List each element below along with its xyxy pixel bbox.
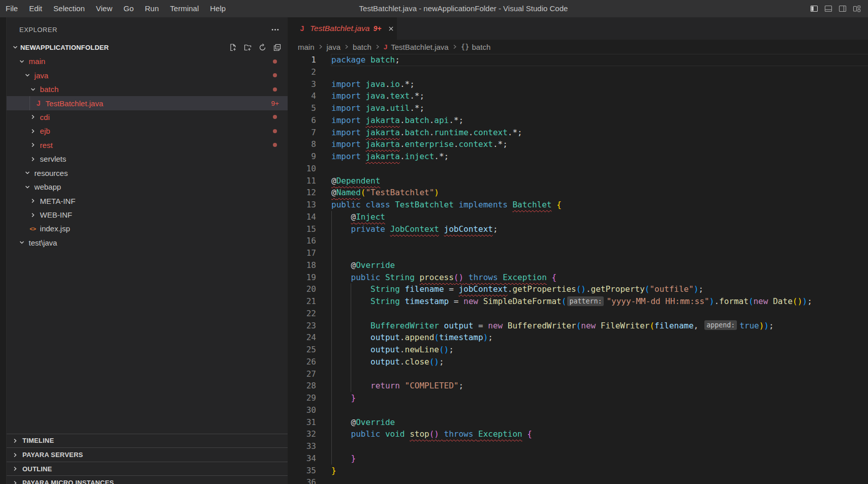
menu-help[interactable]: Help: [204, 0, 231, 17]
tree-item-index-jsp[interactable]: <>index.jsp: [7, 222, 288, 235]
code-line-33[interactable]: 33: [288, 440, 868, 452]
code-token: ;: [439, 357, 444, 367]
code-line-2[interactable]: 2: [288, 66, 868, 78]
code-line-26[interactable]: 26 output.close();: [288, 356, 868, 368]
tree-item-resources[interactable]: resources: [7, 166, 288, 180]
menu-view[interactable]: View: [90, 0, 118, 17]
code-line-16[interactable]: 16: [288, 235, 868, 247]
code-line-7[interactable]: 7import jakarta.batch.runtime.context.*;: [288, 127, 868, 139]
tree-item-rest[interactable]: rest: [7, 138, 288, 152]
line-number: 9: [288, 150, 316, 163]
tree-item-java[interactable]: java: [7, 68, 288, 82]
layout-sidebar-right-icon[interactable]: [839, 5, 847, 13]
code-line-24[interactable]: 24 output.append(timestamp);: [288, 331, 868, 344]
tree-item-ejb[interactable]: ejb: [7, 124, 288, 138]
layout-panel-icon[interactable]: [824, 5, 832, 13]
breadcrumb-item-java[interactable]: java: [327, 43, 341, 51]
new-file-icon[interactable]: [229, 43, 237, 52]
tree-item-cdi[interactable]: cdi: [7, 110, 288, 124]
breadcrumb-item-main[interactable]: main: [298, 43, 315, 51]
code-line-11[interactable]: 11@Dependent: [288, 175, 868, 187]
code-line-text: }: [331, 452, 356, 465]
code-line-28[interactable]: 28 return "COMPLETED";: [288, 380, 868, 392]
code-line-6[interactable]: 6import jakarta.batch.api.*;: [288, 114, 868, 127]
code-token: (: [649, 321, 655, 330]
explorer-panel-header: EXPLORER: [7, 17, 288, 40]
tab-testbatchlet-java[interactable]: J TestBatchlet.java 9+: [288, 17, 397, 40]
code-line-14[interactable]: 14 @Inject: [288, 211, 868, 223]
code-line-17[interactable]: 17: [288, 247, 868, 259]
code-line-10[interactable]: 10: [288, 163, 868, 175]
code-line-19[interactable]: 19 public String process() throws Except…: [288, 271, 868, 284]
code-token: =: [478, 321, 488, 330]
code-line-32[interactable]: 32 public void stop() throws Exception {: [288, 428, 868, 440]
code-editor[interactable]: 1package batch;23import java.io.*;4impor…: [288, 54, 868, 484]
code-line-12[interactable]: 12@Named("TestBatchlet"): [288, 187, 868, 199]
code-token: .*;: [449, 115, 463, 125]
explorer-root-folder-row[interactable]: NEWAPPLICATIONFOLDER: [7, 40, 288, 54]
code-line-25[interactable]: 25 output.newLine();: [288, 344, 868, 356]
breadcrumb-item-testbatchlet-java[interactable]: JTestBatchlet.java: [384, 43, 449, 51]
menu-selection[interactable]: Selection: [48, 0, 90, 17]
tree-item-test-java[interactable]: test\java: [7, 236, 288, 250]
code-token: [331, 357, 370, 367]
code-token: import: [331, 91, 365, 101]
line-number: 14: [288, 211, 316, 223]
code-token: timestamp: [439, 332, 483, 342]
tree-item-web-inf[interactable]: WEB-INF: [7, 208, 288, 222]
breadcrumb-item-batch[interactable]: {}batch: [461, 43, 491, 51]
layout-sidebar-left-icon[interactable]: [810, 5, 818, 13]
code-line-5[interactable]: 5import java.util.*;: [288, 102, 868, 114]
code-line-20[interactable]: 20 String filename = jobContext.getPrope…: [288, 283, 868, 295]
code-line-text: import java.text.*;: [331, 90, 424, 102]
tree-item-batch[interactable]: batch: [7, 82, 288, 96]
code-line-27[interactable]: 27: [288, 368, 868, 380]
collapse-all-icon[interactable]: [273, 43, 282, 52]
code-token: BufferedWriter: [508, 321, 576, 330]
code-token: (: [361, 188, 366, 197]
menu-go[interactable]: Go: [118, 0, 139, 17]
section-outline[interactable]: OUTLINE: [7, 462, 288, 476]
code-line-8[interactable]: 8import jakarta.enterprise.context.*;: [288, 138, 868, 150]
code-line-29[interactable]: 29 }: [288, 392, 868, 404]
menu-edit[interactable]: Edit: [23, 0, 48, 17]
tree-item-servlets[interactable]: servlets: [7, 152, 288, 166]
section-payara-micro-instances[interactable]: PAYARA MICRO INSTANCES: [7, 475, 288, 484]
tree-item-main[interactable]: main: [7, 54, 288, 68]
code-line-1[interactable]: 1package batch;: [288, 54, 868, 66]
code-line-22[interactable]: 22: [288, 308, 868, 320]
code-line-4[interactable]: 4import java.text.*;: [288, 90, 868, 102]
code-line-15[interactable]: 15 private JobContext jobContext;: [288, 223, 868, 235]
code-token: =: [449, 284, 458, 294]
breadcrumb-item-batch[interactable]: batch: [353, 43, 371, 51]
sidebar-left-gutter: [0, 17, 7, 484]
code-line-34[interactable]: 34 }: [288, 452, 868, 465]
section-payara-servers[interactable]: PAYARA SERVERS: [7, 447, 288, 462]
menu-run[interactable]: Run: [139, 0, 165, 17]
code-line-9[interactable]: 9import jakarta.inject.*;: [288, 150, 868, 163]
code-line-13[interactable]: 13public class TestBatchlet implements B…: [288, 199, 868, 211]
code-line-35[interactable]: 35}: [288, 465, 868, 477]
code-line-31[interactable]: 31 @Override: [288, 416, 868, 429]
code-line-30[interactable]: 30: [288, 404, 868, 416]
code-token: .: [385, 103, 390, 113]
section-timeline[interactable]: TIMELINE: [7, 434, 288, 448]
code-line-21[interactable]: 21 String timestamp = new SimpleDateForm…: [288, 295, 868, 308]
tree-item-webapp[interactable]: webapp: [7, 180, 288, 194]
code-token: new: [463, 296, 483, 306]
problems-dot-badge: [273, 68, 279, 82]
refresh-icon[interactable]: [258, 43, 267, 52]
layout-customize-icon[interactable]: [853, 5, 861, 13]
tree-item-testbatchlet-java[interactable]: JTestBatchlet.java9+: [7, 96, 288, 110]
menu-terminal[interactable]: Terminal: [165, 0, 205, 17]
tree-item-meta-inf[interactable]: META-INF: [7, 194, 288, 207]
close-icon[interactable]: [386, 23, 396, 34]
menu-file[interactable]: File: [0, 0, 23, 17]
code-line-3[interactable]: 3import java.io.*;: [288, 78, 868, 90]
new-folder-icon[interactable]: [243, 43, 252, 52]
code-line-36[interactable]: 36: [288, 476, 868, 484]
code-line-23[interactable]: 23 BufferedWriter output = new BufferedW…: [288, 320, 868, 332]
ellipsis-icon[interactable]: [271, 25, 280, 34]
problems-dot-badge: [273, 138, 279, 152]
code-line-18[interactable]: 18 @Override: [288, 259, 868, 271]
